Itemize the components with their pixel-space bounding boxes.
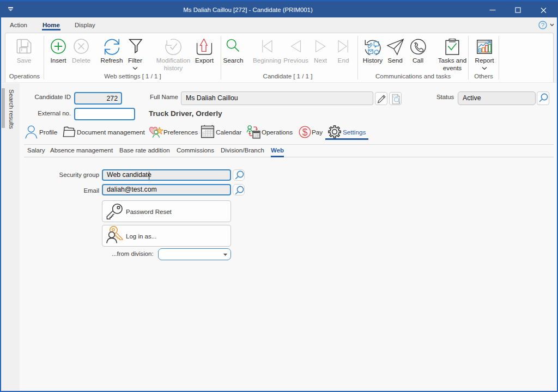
svg-text:$: $ [302, 127, 308, 138]
svg-text:?: ? [541, 22, 544, 28]
